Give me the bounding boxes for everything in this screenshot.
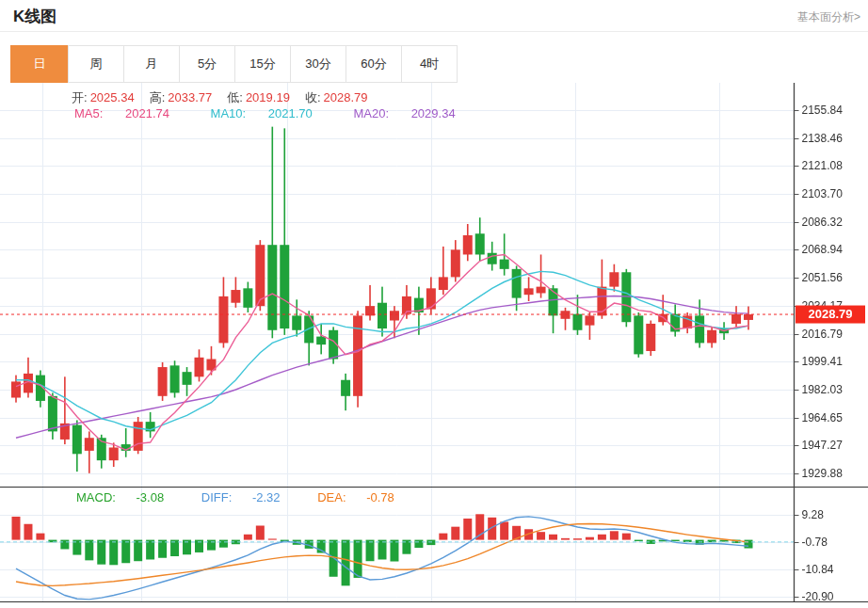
tab-month[interactable]: 月 [123,45,180,83]
kline-chart-canvas[interactable] [0,83,868,608]
tab-30min[interactable]: 30分 [290,45,346,83]
kline-page: { "header": { "title": "K线图", "link": "基… [0,0,868,608]
tab-day[interactable]: 日 [10,45,69,83]
tab-week[interactable]: 周 [68,45,124,83]
header-divider [0,31,868,32]
tab-4hour[interactable]: 4时 [401,45,458,83]
tab-15min[interactable]: 15分 [234,45,291,83]
interval-tabs: 日 周 月 5分 15分 30分 60分 4时 [10,45,458,83]
tab-60min[interactable]: 60分 [346,45,402,83]
fundamental-analysis-link[interactable]: 基本面分析> [797,9,860,25]
page-title: K线图 [13,6,56,27]
tab-5min[interactable]: 5分 [179,45,235,83]
